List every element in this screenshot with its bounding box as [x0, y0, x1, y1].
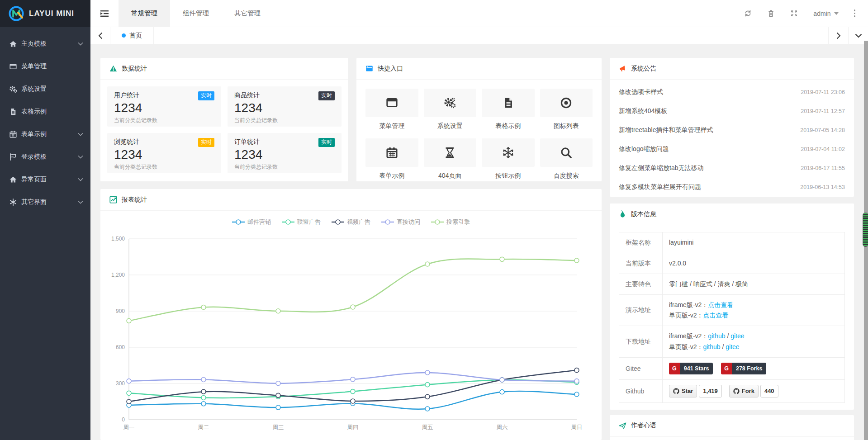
fullscreen-icon[interactable] — [790, 9, 798, 17]
trash-icon[interactable] — [767, 9, 775, 17]
sidebar-item-other-interfaces[interactable]: 其它界面 — [0, 191, 90, 213]
quick-entry-404-page[interactable]: 404页面 — [424, 138, 477, 180]
sidebar-item-form-examples[interactable]: 表单示例 — [0, 123, 90, 146]
download-gitee-link[interactable]: gitee — [726, 343, 739, 350]
sidebar-item-menu-management[interactable]: 菜单管理 — [0, 55, 90, 78]
sidebar-item-home-template[interactable]: 主页模板 — [0, 33, 90, 55]
stat-label: 商品统计 — [234, 91, 260, 99]
header-tab-other[interactable]: 其它管理 — [222, 0, 273, 27]
card-title: 快捷入口 — [378, 65, 403, 73]
menu-collapse-icon — [100, 10, 109, 17]
legend-label: 视频广告 — [347, 218, 370, 226]
chart-data-point — [574, 392, 579, 397]
quick-entry-button-examples[interactable]: 按钮示例 — [482, 138, 535, 180]
chart-data-point — [500, 378, 504, 382]
window-icon — [386, 97, 398, 109]
quick-entry-icon-list[interactable]: 图标列表 — [540, 89, 593, 130]
announcement-row[interactable]: 新增treetable插件和菜单管理样式 2019-07-05 14:28 — [619, 121, 845, 140]
user-menu[interactable]: admin — [813, 10, 838, 17]
github-fork-widget[interactable]: Fork 440 — [729, 385, 778, 397]
chart-data-point — [276, 405, 280, 410]
header-tab-general[interactable]: 常规管理 — [119, 0, 170, 27]
stat-value: 1234 — [234, 147, 335, 162]
window-icon — [9, 62, 17, 71]
content-area: 数据统计 用户统计 实时 1234 当前分类总记录数 — [90, 44, 868, 440]
refresh-icon[interactable] — [744, 9, 752, 17]
announcement-row[interactable]: 新增系统404模板 2019-07-11 12:57 — [619, 102, 845, 121]
legend-item[interactable]: 搜索引擎 — [431, 218, 470, 226]
table-row: 当前版本 v2.0.0 — [619, 253, 845, 274]
svg-text:周五: 周五 — [422, 424, 433, 431]
github-octocat-icon — [733, 388, 740, 394]
paper-plane-icon — [619, 422, 626, 430]
legend-marker-icon — [381, 219, 394, 225]
top-navbar: 常规管理 组件管理 其它管理 — [90, 0, 868, 27]
gitee-logo: G — [669, 363, 680, 375]
legend-item[interactable]: 邮件营销 — [232, 218, 271, 226]
card-title: 数据统计 — [122, 65, 147, 73]
gitee-stars-badge[interactable]: G 941 Stars — [669, 363, 713, 375]
sidebar-item-system-settings[interactable]: 系统设置 — [0, 78, 90, 100]
warning-triangle-icon — [109, 65, 117, 72]
download-github-link[interactable]: github — [708, 332, 725, 340]
gitee-forks-badge[interactable]: G 278 Forks — [721, 363, 766, 375]
svg-text:1,500: 1,500 — [111, 236, 125, 242]
sidebar-item-login-templates[interactable]: 登录模板 — [0, 146, 90, 168]
announcement-row[interactable]: 修复多模块菜单栏展开有问题 2019-06-13 14:53 — [619, 178, 845, 197]
announcement-row[interactable]: 修改logo缩放问题 2019-07-04 11:02 — [619, 140, 845, 159]
quick-entry-form-examples[interactable]: 表单示例 — [365, 138, 418, 180]
collapse-sidebar-button[interactable] — [90, 0, 119, 27]
page-tabbar: 首页 — [90, 27, 868, 44]
more-vertical-icon[interactable] — [854, 9, 856, 17]
stat-label: 用户统计 — [114, 91, 139, 99]
svg-text:0: 0 — [122, 416, 125, 423]
data-statistics-card: 数据统计 用户统计 实时 1234 当前分类总记录数 — [100, 58, 348, 181]
tab-scroll-right-button[interactable] — [828, 27, 848, 44]
search-icon — [560, 147, 572, 159]
scrollbar-thumb[interactable] — [863, 213, 868, 247]
tab-scroll-left-button[interactable] — [90, 27, 110, 44]
download-github-link[interactable]: github — [703, 343, 720, 350]
status-badge: 实时 — [198, 138, 214, 147]
chevron-down-icon — [78, 178, 83, 181]
chart-data-point — [500, 257, 504, 261]
hourglass-icon — [444, 147, 456, 159]
stat-value: 1234 — [114, 147, 214, 162]
quick-entry-system-settings[interactable]: 系统设置 — [424, 89, 477, 130]
chart-data-point — [574, 379, 579, 383]
quick-entry-baidu-search[interactable]: 百度搜索 — [540, 138, 593, 180]
logo-icon — [8, 5, 24, 22]
card-title: 系统公告 — [631, 65, 656, 73]
legend-item[interactable]: 直接访问 — [381, 218, 420, 226]
quick-entry-menu-management[interactable]: 菜单管理 — [365, 89, 418, 130]
svg-text:600: 600 — [116, 344, 125, 350]
legend-item[interactable]: 联盟广告 — [282, 218, 321, 226]
github-star-widget[interactable]: Star 1,419 — [669, 385, 722, 397]
download-gitee-link[interactable]: gitee — [730, 332, 744, 340]
table-row: Gitee G 941 Stars G 278 Forks — [619, 357, 845, 380]
announcement-row[interactable]: 修复左侧菜单缩放tab无法移动 2019-06-17 11:55 — [619, 159, 845, 178]
legend-item[interactable]: 视频广告 — [332, 218, 370, 226]
sidebar-item-error-pages[interactable]: 异常页面 — [0, 168, 90, 191]
sidebar-item-table-examples[interactable]: 表格示例 — [0, 100, 90, 123]
gears-icon — [444, 97, 456, 109]
announcement-row[interactable]: 修改选项卡样式 2019-07-11 23:06 — [619, 83, 845, 102]
chart-data-point — [201, 377, 206, 382]
table-row: 框架名称 layuimini — [619, 232, 845, 253]
chart-data-point — [425, 262, 430, 266]
header-tab-components[interactable]: 组件管理 — [170, 0, 222, 27]
droplet-icon — [619, 210, 626, 218]
flag-icon — [9, 153, 17, 161]
tab-home[interactable]: 首页 — [110, 27, 154, 44]
author-message-card: 作者心语 本模板基于layui2.5.4以及font-awesome-4.7.0… — [610, 415, 854, 440]
demo-iframe-link[interactable]: 点击查看 — [708, 301, 733, 308]
demo-spa-link[interactable]: 点击查看 — [703, 312, 728, 319]
caret-down-icon — [834, 12, 839, 15]
chevron-down-icon — [78, 42, 83, 46]
line-chart-icon — [109, 196, 117, 203]
card-title: 作者心语 — [631, 421, 656, 430]
home-icon — [9, 40, 17, 48]
quick-entry-table-examples[interactable]: 表格示例 — [482, 89, 535, 130]
svg-text:周二: 周二 — [198, 424, 209, 431]
legend-label: 直接访问 — [397, 218, 420, 226]
